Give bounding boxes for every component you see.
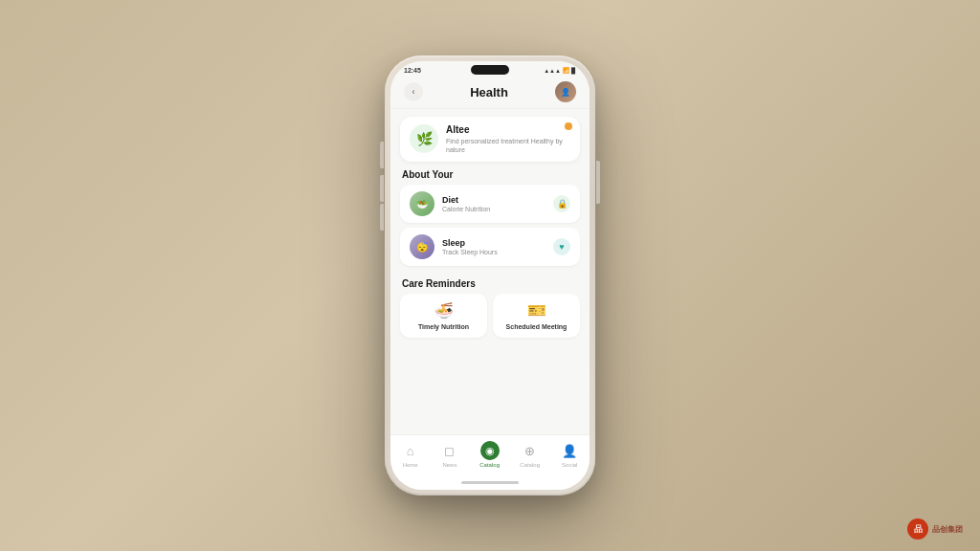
about-your-section: About Your 🥗 Diet Calorie Nutrition 🔒 😴: [400, 169, 580, 271]
status-icons: ▲▲▲ 📶 ▉: [544, 67, 576, 74]
about-your-title: About Your: [400, 169, 580, 180]
reminder-nutrition-card[interactable]: 🍜 Timely Nutrition: [400, 294, 487, 338]
nav-news-label: News: [442, 462, 457, 468]
news-icon: ◻: [440, 441, 459, 460]
sleep-name: Sleep: [442, 238, 546, 248]
battery-icon: ▉: [571, 67, 576, 74]
nutrition-icon: 🍜: [434, 301, 454, 320]
diet-text: Diet Calorie Nutrition: [442, 195, 546, 212]
watermark: 品 品创集团: [907, 518, 963, 540]
sleep-heart-icon: ♥: [553, 238, 570, 255]
nutrition-label: Timely Nutrition: [418, 323, 469, 330]
diet-lock-icon: 🔒: [553, 195, 570, 212]
alert-subtitle: Find personalized treatment Healthy by n…: [446, 137, 570, 154]
care-reminders-title: Care Reminders: [400, 278, 580, 289]
sleep-list-item[interactable]: 😴 Sleep Track Sleep Hours ♥: [400, 228, 580, 266]
bottom-nav: ⌂ Home ◻ News ◉ Catalog ⊕ Catalog 👤 Soci…: [390, 434, 590, 477]
avatar-icon: 👤: [561, 88, 570, 97]
diet-name: Diet: [442, 195, 546, 205]
meeting-icon: 🎫: [527, 301, 546, 320]
phone-frame: 12:45 ▲▲▲ 📶 ▉ ‹ Health 👤 🌿 A: [385, 55, 595, 496]
nav-plus-label: Catalog: [520, 462, 540, 468]
phone-screen: 12:45 ▲▲▲ 📶 ▉ ‹ Health 👤 🌿 A: [390, 61, 590, 490]
alert-title: Altee: [446, 124, 570, 135]
plus-icon: ⊕: [521, 441, 540, 460]
home-icon: ⌂: [401, 441, 420, 460]
sleep-avatar: 😴: [410, 234, 434, 259]
sleep-sub: Track Sleep Hours: [442, 249, 546, 255]
status-bar: 12:45 ▲▲▲ 📶 ▉: [390, 61, 590, 76]
sleep-text: Sleep Track Sleep Hours: [442, 238, 546, 255]
alert-badge: [565, 122, 572, 130]
main-content: 🌿 Altee Find personalized treatment Heal…: [390, 109, 590, 434]
meeting-label: Scheduled Meeting: [506, 323, 568, 330]
care-reminders-section: Care Reminders 🍜 Timely Nutrition 🎫 Sche…: [400, 278, 580, 338]
diet-list-item[interactable]: 🥗 Diet Calorie Nutrition 🔒: [400, 185, 580, 223]
nav-news[interactable]: ◻ News: [440, 441, 459, 468]
home-indicator: [461, 481, 519, 484]
nav-social-label: Social: [562, 462, 577, 468]
diet-avatar: 🥗: [410, 191, 434, 216]
wifi-icon: 📶: [563, 67, 569, 74]
nav-catalog-label: Catalog: [479, 462, 500, 468]
home-bar: [390, 477, 590, 490]
nav-home[interactable]: ⌂ Home: [401, 441, 420, 468]
avatar[interactable]: 👤: [555, 81, 576, 102]
nav-social[interactable]: 👤 Social: [560, 441, 579, 468]
signal-icon: ▲▲▲: [544, 68, 561, 74]
app-header: ‹ Health 👤: [390, 76, 590, 109]
nav-home-label: Home: [403, 462, 418, 468]
watermark-logo: 品: [907, 518, 928, 540]
diet-sub: Calorie Nutrition: [442, 206, 546, 212]
page-title: Health: [470, 85, 508, 99]
back-icon: ‹: [412, 87, 415, 97]
social-icon: 👤: [560, 441, 579, 460]
catalog-active-icon: ◉: [480, 441, 500, 460]
nav-catalog[interactable]: ◉ Catalog: [479, 441, 500, 468]
nav-plus[interactable]: ⊕ Catalog: [520, 441, 540, 468]
alert-text-block: Altee Find personalized treatment Health…: [446, 124, 570, 154]
reminder-meeting-card[interactable]: 🎫 Scheduled Meeting: [493, 294, 580, 338]
status-time: 12:45: [404, 67, 421, 74]
alert-plant-icon: 🌿: [410, 124, 438, 153]
alert-card[interactable]: 🌿 Altee Find personalized treatment Heal…: [400, 117, 580, 162]
watermark-text: 品创集团: [932, 524, 963, 535]
back-button[interactable]: ‹: [404, 82, 423, 101]
